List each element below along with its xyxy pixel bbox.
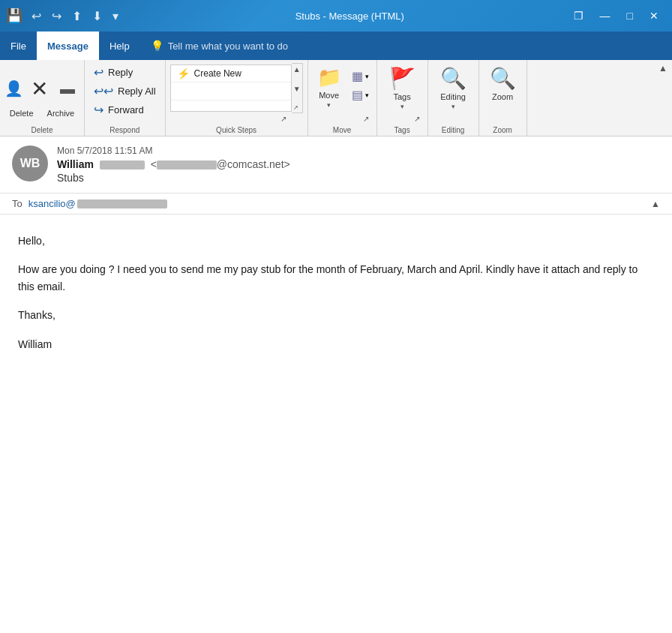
title-bar-nav: ↩ ↪ ⬆ ⬇ ▾ — [28, 8, 122, 25]
avatar: WB — [12, 146, 48, 182]
tags-dialog-launcher[interactable]: ↗ — [411, 113, 423, 124]
move-small-buttons: ▦ ▾ ▤ ▾ — [349, 63, 372, 104]
archive-button[interactable]: ▬ — [56, 77, 80, 100]
quicksteps-dialog-launcher[interactable]: ↗ — [278, 113, 290, 124]
tags-group-label: Tags — [394, 126, 410, 136]
quicksteps-item-2[interactable] — [171, 82, 291, 100]
ribbon-zoom-group: 🔍 Zoom Zoom — [479, 60, 527, 136]
delete-button[interactable]: ✕ — [26, 74, 52, 104]
ribbon-move-group: 📁 Move ▾ ▦ ▾ ▤ ▾ ↗ Move — [308, 60, 377, 136]
editing-label: Editing — [440, 92, 466, 101]
ribbon-quicksteps-group: ⚡ Create New ▲ ▼ ↗ ↗ Quick Steps — [166, 60, 308, 136]
quicksteps-box: ⚡ Create New — [170, 64, 292, 112]
email-to-row: To ksancilio@ ▲ — [0, 194, 672, 214]
move-small-dropdown-1[interactable]: ▾ — [365, 73, 369, 80]
email-from: William <@comcast.net> — [57, 158, 660, 170]
email-body: Hello, How are you doing ? I need you to… — [0, 214, 672, 382]
window-controls: ❐ — □ ✕ — [566, 7, 666, 25]
tell-me-bar[interactable]: 💡 Tell me what you want to do — [140, 32, 298, 60]
to-address: ksancilio@ — [28, 198, 76, 209]
move-small-btn-2[interactable]: ▤ ▾ — [349, 86, 372, 104]
zoom-button[interactable]: 🔍 Zoom — [484, 63, 522, 104]
quicksteps-expand-arrow[interactable]: ↗ — [293, 104, 301, 111]
undo-icon[interactable]: ↩ — [28, 8, 44, 25]
move-button[interactable]: 📁 Move ▾ — [313, 63, 346, 112]
move-small-btn-1[interactable]: ▦ ▾ — [349, 68, 372, 85]
editing-group-label: Editing — [442, 126, 465, 136]
create-new-label: Create New — [194, 68, 242, 79]
menu-file[interactable]: File — [0, 32, 37, 60]
lightbulb-icon: 💡 — [151, 40, 164, 52]
move-dropdown-icon[interactable]: ▾ — [327, 101, 331, 109]
move-label: Move — [319, 91, 339, 100]
menu-help[interactable]: Help — [99, 32, 140, 60]
reply-all-label: Reply All — [118, 86, 156, 97]
sender-addr-blurred — [157, 160, 217, 170]
email-subject: Stubs — [57, 172, 660, 184]
reply-all-button[interactable]: ↩↩ Reply All — [89, 82, 160, 100]
menu-message[interactable]: Message — [37, 32, 99, 60]
ribbon-editing-group: 🔍 Editing ▾ Editing — [428, 60, 479, 136]
move-small-dropdown-2[interactable]: ▾ — [365, 92, 369, 99]
move-group-label: Move — [333, 126, 351, 136]
lightning-icon: ⚡ — [177, 68, 190, 80]
email-paragraph-1: How are you doing ? I need you to send m… — [18, 261, 654, 295]
editing-button[interactable]: 🔍 Editing ▾ — [433, 63, 474, 113]
window-title: Stubs - Message (HTML) — [134, 10, 566, 22]
down-icon[interactable]: ⬇ — [89, 8, 105, 25]
forward-button[interactable]: ↪ Forward — [89, 100, 148, 119]
move-icon: 📁 — [317, 66, 341, 89]
reply-all-icon: ↩↩ — [94, 84, 113, 98]
scroll-down-arrow[interactable]: ▼ — [293, 85, 301, 93]
email-date: Mon 5/7/2018 11:51 AM — [57, 146, 660, 156]
email-info: Mon 5/7/2018 11:51 AM William <@comcast.… — [57, 146, 660, 184]
forward-icon: ↪ — [94, 103, 104, 117]
tell-me-label: Tell me what you want to do — [168, 40, 288, 52]
scroll-up-arrow[interactable]: ▲ — [293, 65, 301, 74]
tags-label: Tags — [393, 92, 410, 101]
sender-name: William — [57, 158, 94, 170]
respond-group-label: Respond — [110, 126, 140, 136]
maximize-button[interactable]: □ — [620, 7, 640, 25]
ribbon-respond-group: ↩ Reply ↩↩ Reply All ↪ Forward Respond — [85, 60, 166, 136]
tags-button[interactable]: 🚩 Tags ▾ — [382, 63, 423, 113]
close-button[interactable]: ✕ — [642, 7, 666, 25]
up-icon[interactable]: ⬆ — [69, 8, 85, 25]
forward-label: Forward — [108, 104, 144, 116]
tile-button[interactable]: ❐ — [566, 7, 591, 25]
email-signature: William — [18, 336, 654, 352]
ribbon-collapse-button[interactable]: ▲ — [654, 60, 672, 136]
sender-name-blurred — [100, 160, 145, 170]
sender-bracket-close: > — [284, 158, 290, 170]
respond-group-content: ↩ Reply ↩↩ Reply All ↪ Forward — [89, 63, 160, 124]
zoom-group-label: Zoom — [493, 126, 512, 136]
move-small-icon-2: ▤ — [352, 88, 363, 102]
minimize-button[interactable]: — — [592, 7, 618, 25]
quicksteps-create-new[interactable]: ⚡ Create New — [171, 65, 291, 82]
zoom-label: Zoom — [492, 92, 513, 101]
redo-icon[interactable]: ↪ — [49, 8, 64, 25]
to-label: To — [12, 198, 22, 209]
dropdown-icon[interactable]: ▾ — [110, 8, 122, 25]
to-expand-button[interactable]: ▲ — [651, 199, 660, 209]
tags-dropdown-icon[interactable]: ▾ — [400, 103, 404, 110]
editing-group-content: 🔍 Editing ▾ — [433, 63, 474, 124]
delete-label: Delete — [10, 109, 34, 118]
sender-address: @comcast.net — [217, 158, 284, 170]
ribbon: 👤 ✕ ▬ Delete Archive Delete — [0, 60, 672, 136]
email-greeting: Hello, — [18, 232, 654, 249]
move-group-content: 📁 Move ▾ ▦ ▾ ▤ ▾ — [313, 63, 372, 113]
tags-group-content: 🚩 Tags ▾ — [382, 63, 423, 113]
person-icon: 👤 — [4, 80, 23, 98]
sender-bracket: < — [151, 158, 157, 170]
search-icon: 🔍 — [440, 66, 466, 91]
reply-icon: ↩ — [94, 65, 104, 80]
ribbon-delete-group: 👤 ✕ ▬ Delete Archive Delete — [0, 60, 85, 136]
email-content-area: WB Mon 5/7/2018 11:51 AM William <@comca… — [0, 136, 672, 382]
archive-icon: ▬ — [60, 80, 75, 98]
editing-dropdown-icon[interactable]: ▾ — [452, 103, 455, 110]
move-dialog-launcher[interactable]: ↗ — [360, 113, 372, 124]
reply-button[interactable]: ↩ Reply — [89, 63, 137, 82]
menu-bar: File Message Help 💡 Tell me what you wan… — [0, 32, 672, 60]
quicksteps-group-label: Quick Steps — [216, 126, 256, 136]
